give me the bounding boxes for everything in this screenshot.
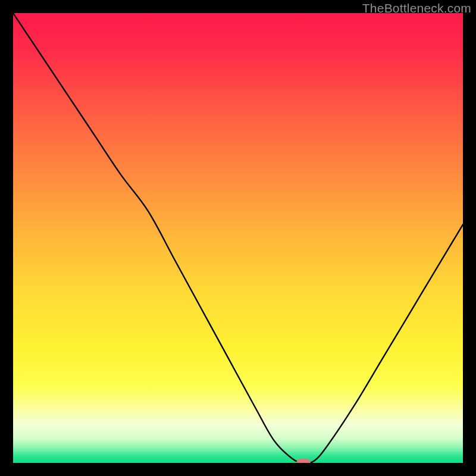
chart-frame: TheBottleneck.com	[0, 0, 476, 476]
plot-area	[13, 13, 463, 463]
svg-rect-0	[13, 13, 463, 463]
background-gradient	[13, 13, 463, 463]
optimal-marker	[296, 459, 311, 463]
attribution-label: TheBottleneck.com	[362, 1, 471, 15]
